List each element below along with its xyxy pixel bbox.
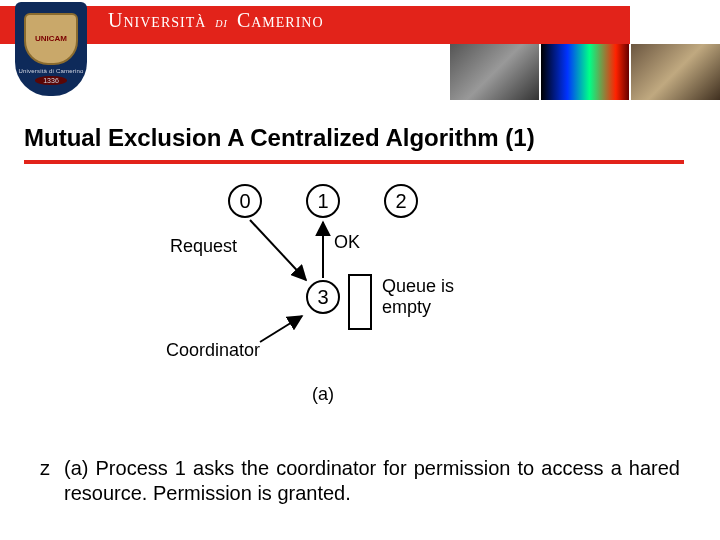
node-0: 0 <box>228 184 262 218</box>
shield-crest: UNICAM <box>24 13 78 65</box>
university-word-b: Camerino <box>237 9 324 31</box>
shield-subtitle: Università di Camerino <box>18 68 83 74</box>
queue-box <box>348 274 372 330</box>
title-block: Mutual Exclusion A Centralized Algorithm… <box>24 124 696 164</box>
node-3-label: 3 <box>317 286 328 309</box>
label-request: Request <box>170 236 237 257</box>
university-word-di: di <box>211 15 232 30</box>
node-1: 1 <box>306 184 340 218</box>
node-3: 3 <box>306 280 340 314</box>
node-1-label: 1 <box>317 190 328 213</box>
shield-main-text: UNICAM <box>35 35 67 44</box>
node-2: 2 <box>384 184 418 218</box>
label-queue: Queue is empty <box>382 276 454 318</box>
title-underline <box>24 160 684 164</box>
svg-line-2 <box>260 316 302 342</box>
node-0-label: 0 <box>239 190 250 213</box>
header-photo-3 <box>631 44 720 100</box>
body-paragraph: (a) Process 1 asks the coordinator for p… <box>64 456 680 506</box>
bullet-marker: z <box>40 456 50 506</box>
node-2-label: 2 <box>395 190 406 213</box>
label-ok: OK <box>334 232 360 253</box>
university-shield: UNICAM Università di Camerino 1336 <box>15 2 87 96</box>
page-title: Mutual Exclusion A Centralized Algorithm… <box>24 124 696 158</box>
label-coordinator: Coordinator <box>166 340 260 361</box>
header-photo-strip <box>450 44 720 100</box>
header-photo-2 <box>541 44 630 100</box>
shield-year: 1336 <box>35 76 67 85</box>
university-word-a: Università <box>108 9 206 31</box>
header-photo-1 <box>450 44 539 100</box>
university-name: Università di Camerino <box>108 9 324 32</box>
header-banner: UNICAM Università di Camerino 1336 Unive… <box>0 0 720 100</box>
diagram: 0 1 2 3 Request OK Queue is empty Coordi… <box>190 176 530 406</box>
body-text: z (a) Process 1 asks the coordinator for… <box>40 456 680 506</box>
figure-caption: (a) <box>312 384 334 405</box>
svg-line-0 <box>250 220 306 280</box>
